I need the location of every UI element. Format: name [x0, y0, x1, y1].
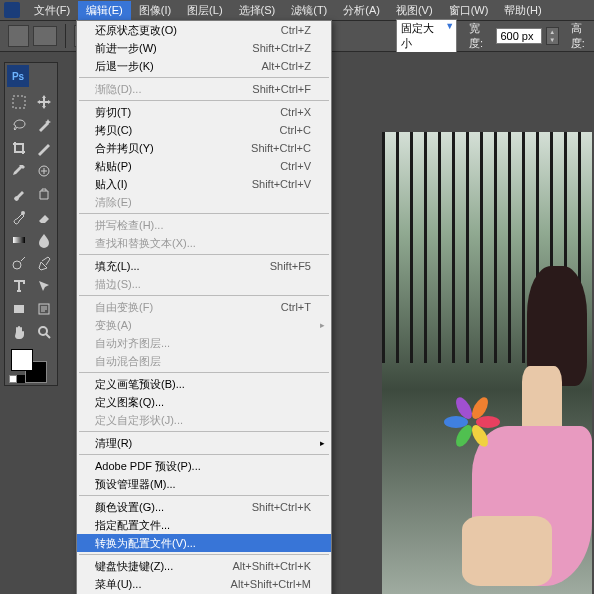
document-image — [382, 132, 592, 594]
menu-separator — [79, 254, 329, 255]
tool-preset-dropdown[interactable] — [33, 26, 57, 46]
menu-item-贴入i[interactable]: 贴入(I)Shift+Ctrl+V — [77, 175, 331, 193]
menu-separator — [79, 213, 329, 214]
menu-item-菜单u[interactable]: 菜单(U)...Alt+Shift+Ctrl+M — [77, 575, 331, 593]
menu-item-拼写检查h: 拼写检查(H)... — [77, 216, 331, 234]
size-mode-select[interactable]: 固定大小 — [396, 19, 457, 53]
width-label: 宽度: — [469, 21, 492, 51]
menu-item-粘贴p[interactable]: 粘贴(P)Ctrl+V — [77, 157, 331, 175]
tool-preset-icon[interactable] — [8, 25, 29, 47]
menu-item-后退一步k[interactable]: 后退一步(K)Alt+Ctrl+Z — [77, 57, 331, 75]
eraser-tool[interactable] — [32, 206, 56, 228]
menu-item-渐隐d: 渐隐(D)...Shift+Ctrl+F — [77, 80, 331, 98]
menu-item-描边s: 描边(S)... — [77, 275, 331, 293]
zoom-tool[interactable] — [32, 321, 56, 343]
rectangle-tool[interactable] — [7, 298, 31, 320]
menu-separator — [79, 454, 329, 455]
menu-item-清除e: 清除(E) — [77, 193, 331, 211]
menu-item-预设管理器m[interactable]: 预设管理器(M)... — [77, 475, 331, 493]
menu-item-查找和替换文本x: 查找和替换文本(X)... — [77, 234, 331, 252]
menu-item-自由变换f: 自由变换(F)Ctrl+T — [77, 298, 331, 316]
blur-tool[interactable] — [32, 229, 56, 251]
path-select-tool[interactable] — [32, 275, 56, 297]
menu-图像[interactable]: 图像(I) — [131, 1, 179, 20]
menu-文件[interactable]: 文件(F) — [26, 1, 78, 20]
menu-视图[interactable]: 视图(V) — [388, 1, 441, 20]
menu-item-变换a: 变换(A) — [77, 316, 331, 334]
menu-item-合并拷贝y[interactable]: 合并拷贝(Y)Shift+Ctrl+C — [77, 139, 331, 157]
menubar: 文件(F)编辑(E)图像(I)图层(L)选择(S)滤镜(T)分析(A)视图(V)… — [0, 0, 594, 20]
slice-tool[interactable] — [32, 137, 56, 159]
crop-tool[interactable] — [7, 137, 31, 159]
menu-separator — [79, 100, 329, 101]
menu-item-自动混合图层: 自动混合图层 — [77, 352, 331, 370]
color-swatches[interactable] — [5, 345, 57, 385]
pen-tool[interactable] — [32, 252, 56, 274]
menu-item-剪切t[interactable]: 剪切(T)Ctrl+X — [77, 103, 331, 121]
menu-帮助[interactable]: 帮助(H) — [496, 1, 549, 20]
menu-separator — [79, 431, 329, 432]
menu-图层[interactable]: 图层(L) — [179, 1, 230, 20]
svg-rect-5 — [14, 305, 24, 313]
type-tool[interactable] — [7, 275, 31, 297]
dodge-tool[interactable] — [7, 252, 31, 274]
marquee-tool[interactable] — [7, 91, 31, 113]
svg-point-7 — [39, 327, 47, 335]
healing-tool[interactable] — [32, 160, 56, 182]
menu-item-键盘快捷键z[interactable]: 键盘快捷键(Z)...Alt+Shift+Ctrl+K — [77, 557, 331, 575]
menu-item-自动对齐图层: 自动对齐图层... — [77, 334, 331, 352]
menu-分析[interactable]: 分析(A) — [335, 1, 388, 20]
notes-tool[interactable] — [32, 298, 56, 320]
menu-item-拷贝c[interactable]: 拷贝(C)Ctrl+C — [77, 121, 331, 139]
ps-logo-icon: Ps — [7, 65, 29, 87]
svg-rect-3 — [13, 237, 25, 243]
menu-选择[interactable]: 选择(S) — [231, 1, 284, 20]
menu-separator — [79, 372, 329, 373]
svg-point-4 — [13, 261, 21, 269]
svg-point-2 — [21, 211, 25, 215]
menu-item-颜色设置g[interactable]: 颜色设置(G)...Shift+Ctrl+K — [77, 498, 331, 516]
history-brush-tool[interactable] — [7, 206, 31, 228]
eyedropper-tool[interactable] — [7, 160, 31, 182]
magic-wand-tool[interactable] — [32, 114, 56, 136]
toolbox: Ps — [4, 62, 58, 386]
menu-item-adobepdf预设p[interactable]: Adobe PDF 预设(P)... — [77, 457, 331, 475]
svg-rect-0 — [13, 96, 25, 108]
menu-item-前进一步w[interactable]: 前进一步(W)Shift+Ctrl+Z — [77, 39, 331, 57]
width-input[interactable]: 600 px — [496, 28, 541, 44]
clone-tool[interactable] — [32, 183, 56, 205]
menu-item-定义自定形状j: 定义自定形状(J)... — [77, 411, 331, 429]
menu-separator — [79, 554, 329, 555]
edit-menu-dropdown: 还原状态更改(O)Ctrl+Z前进一步(W)Shift+Ctrl+Z后退一步(K… — [76, 20, 332, 594]
menu-separator — [79, 77, 329, 78]
move-tool[interactable] — [32, 91, 56, 113]
foreground-color[interactable] — [11, 349, 33, 371]
menu-编辑[interactable]: 编辑(E) — [78, 1, 131, 20]
menu-separator — [79, 295, 329, 296]
gradient-tool[interactable] — [7, 229, 31, 251]
menu-item-填充l[interactable]: 填充(L)...Shift+F5 — [77, 257, 331, 275]
height-label: 高度: — [571, 21, 594, 51]
menu-item-还原状态更改o[interactable]: 还原状态更改(O)Ctrl+Z — [77, 21, 331, 39]
menu-item-转换为配置文件v[interactable]: 转换为配置文件(V)... — [77, 534, 331, 552]
menu-separator — [79, 495, 329, 496]
menu-item-清理r[interactable]: 清理(R) — [77, 434, 331, 452]
brush-tool[interactable] — [7, 183, 31, 205]
lasso-tool[interactable] — [7, 114, 31, 136]
app-icon — [4, 2, 20, 18]
canvas[interactable] — [382, 132, 592, 594]
menu-item-定义图案q[interactable]: 定义图案(Q)... — [77, 393, 331, 411]
width-stepper[interactable]: ▲▼ — [546, 27, 559, 45]
menu-滤镜[interactable]: 滤镜(T) — [283, 1, 335, 20]
menu-窗口[interactable]: 窗口(W) — [441, 1, 497, 20]
hand-tool[interactable] — [7, 321, 31, 343]
flower-decoration — [442, 392, 502, 452]
menu-item-定义画笔预设b[interactable]: 定义画笔预设(B)... — [77, 375, 331, 393]
menu-item-指定配置文件[interactable]: 指定配置文件... — [77, 516, 331, 534]
